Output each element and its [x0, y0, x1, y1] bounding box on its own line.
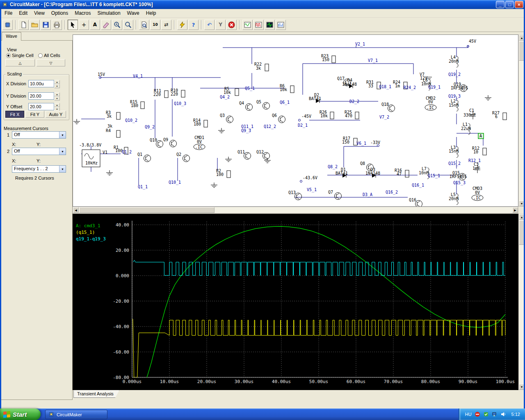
x-division-input[interactable] — [28, 80, 54, 87]
waveform-view[interactable]: 0.000us10.00us20.00us30.00us40.00us50.00… — [73, 214, 518, 390]
fit-x-button[interactable]: Fit X — [5, 111, 24, 118]
y-division-input[interactable] — [28, 92, 54, 100]
magnifier-plus-icon — [113, 21, 121, 29]
rotate-button[interactable]: ⇄ — [161, 20, 171, 30]
schematic-label: IRF540S — [451, 86, 468, 90]
netlist-button[interactable] — [139, 20, 149, 30]
next-cell-button[interactable]: ▽ — [37, 59, 65, 66]
zoom-in-button[interactable] — [112, 20, 122, 30]
transistor-symbol — [144, 155, 151, 162]
y-division-spinner[interactable]: ▲▼ — [54, 92, 60, 100]
y-offset-input[interactable] — [28, 103, 54, 110]
transistor-symbol — [265, 153, 267, 159]
dropdown-arrow-icon[interactable]: ▼ — [59, 166, 66, 172]
scope-window-button[interactable] — [265, 20, 275, 30]
cursor2-select[interactable]: Off ▼ — [12, 148, 66, 155]
y-offset-spinner[interactable]: ▲▼ — [54, 103, 60, 110]
restore-button[interactable]: □ — [505, 1, 514, 8]
x-division-spinner[interactable]: ▲▼ — [54, 80, 60, 87]
schematic-canvas[interactable]: 15VV4_1V2_145VR23150V7_1L420nHQ19_2Q17D4… — [73, 34, 518, 207]
schematic-label: V2_1 — [355, 42, 365, 47]
delete-tool-button[interactable] — [101, 20, 111, 30]
spin-up-icon[interactable]: ▲ — [54, 103, 60, 107]
start-label: Start — [13, 411, 27, 418]
schematic-label: V4_1 — [133, 74, 143, 79]
scroll-left-icon[interactable]: ◀ — [73, 207, 79, 213]
menu-item-view[interactable]: View — [31, 9, 48, 17]
schematic-label: 1N4148 — [365, 171, 380, 176]
menu-item-simulation[interactable]: Simulation — [94, 9, 124, 17]
start-button[interactable]: Start — [0, 409, 41, 420]
menu-item-wave[interactable]: Wave — [124, 9, 143, 17]
spin-down-icon[interactable]: ▼ — [54, 84, 60, 88]
open-file-button[interactable] — [30, 20, 40, 30]
new-file-button[interactable] — [18, 20, 29, 30]
fit-y-button[interactable]: Fit Y — [25, 111, 44, 118]
digital-mode-button[interactable]: 10 — [150, 20, 160, 30]
schematic-label: .IC — [473, 196, 481, 200]
help-button[interactable]: ? — [188, 20, 199, 30]
schematic-hscrollbar[interactable]: ◀ ▶ — [73, 207, 518, 213]
analysis-window-button[interactable] — [276, 20, 286, 30]
menu-item-macros[interactable]: Macros — [71, 9, 94, 17]
measurement-select[interactable]: Frequency 1 . . 2 ▼ — [12, 165, 66, 173]
measurement-cursors-label: Measurement Cursors — [4, 126, 48, 131]
y-division-label: Y Division — [6, 94, 26, 98]
hscroll-thumb[interactable] — [79, 207, 215, 213]
resistor-symbol — [235, 89, 239, 96]
schematic-label: Q10_2 — [125, 118, 137, 123]
all-cells-radio[interactable] — [38, 53, 43, 58]
parts-browser-button[interactable] — [2, 20, 13, 30]
menu-item-options[interactable]: Options — [48, 9, 71, 17]
run-simulation-button[interactable] — [177, 20, 187, 30]
language-indicator[interactable]: HU — [465, 412, 472, 417]
volume-tray-icon[interactable] — [500, 411, 506, 417]
schematic-label: 0V — [197, 139, 202, 144]
legend-item: (q15_1) — [76, 230, 95, 235]
menu-item-file[interactable]: File — [1, 9, 16, 17]
waveform-window-button[interactable] — [242, 20, 253, 30]
tab-wave[interactable]: Wave — [2, 32, 21, 41]
taskbar-item-circuitmaker[interactable]: CircuitMaker — [45, 410, 107, 419]
schematic-label: Q16_2 — [386, 190, 398, 195]
schematic-label: Q8_2 — [328, 164, 338, 169]
digital-window-button[interactable] — [253, 20, 264, 30]
zoom-select-button[interactable] — [123, 20, 133, 30]
text-tool-button[interactable]: A — [90, 20, 100, 30]
spin-up-icon[interactable]: ▲ — [54, 92, 60, 96]
update-tray-icon[interactable] — [483, 411, 489, 417]
schematic-label: Q9_3 — [241, 128, 251, 133]
spin-down-icon[interactable]: ▼ — [54, 96, 60, 100]
network-tray-icon[interactable] — [492, 411, 498, 417]
schematic-label: 0V — [475, 190, 480, 195]
wire-tool-button[interactable]: + — [79, 20, 89, 30]
auto-y-button[interactable]: Auto Y — [46, 111, 66, 118]
minimize-button[interactable]: _ — [496, 1, 504, 8]
menu-item-edit[interactable]: Edit — [16, 9, 31, 17]
menu-item-help[interactable]: Help — [143, 9, 160, 17]
arrow-tool-button[interactable] — [68, 20, 78, 30]
scroll-right-icon[interactable]: ▶ — [512, 207, 518, 213]
cursor1-select[interactable]: Off ▼ — [12, 131, 66, 139]
title-bar: CircuitMaker - [C:\Program Files\...\TT … — [0, 0, 525, 9]
resistor-symbol — [227, 171, 231, 178]
series-q19-1-q19-3 — [133, 260, 505, 275]
dropdown-arrow-icon[interactable]: ▼ — [59, 148, 66, 155]
close-button[interactable]: × — [515, 1, 523, 8]
spin-up-icon[interactable]: ▲ — [54, 80, 60, 84]
open-folder-icon — [31, 21, 39, 29]
stop-button[interactable] — [226, 20, 237, 30]
schematic-label: 10nH — [419, 171, 429, 175]
save-button[interactable] — [41, 20, 51, 30]
reset-button[interactable]: ↶ — [204, 20, 215, 30]
tab-transient-analysis[interactable]: Transient Analysis — [73, 390, 119, 398]
transistor-symbol — [265, 103, 267, 109]
antivirus-tray-icon[interactable] — [475, 411, 480, 417]
schematic-label: R4 — [106, 128, 111, 133]
dropdown-arrow-icon[interactable]: ▼ — [59, 132, 66, 138]
previous-cell-button[interactable]: △ — [5, 59, 35, 66]
single-cell-radio[interactable] — [6, 53, 11, 58]
schematic-label: Q13 — [288, 190, 296, 195]
probe-button[interactable]: Y — [215, 20, 226, 30]
print-button[interactable] — [52, 20, 62, 30]
